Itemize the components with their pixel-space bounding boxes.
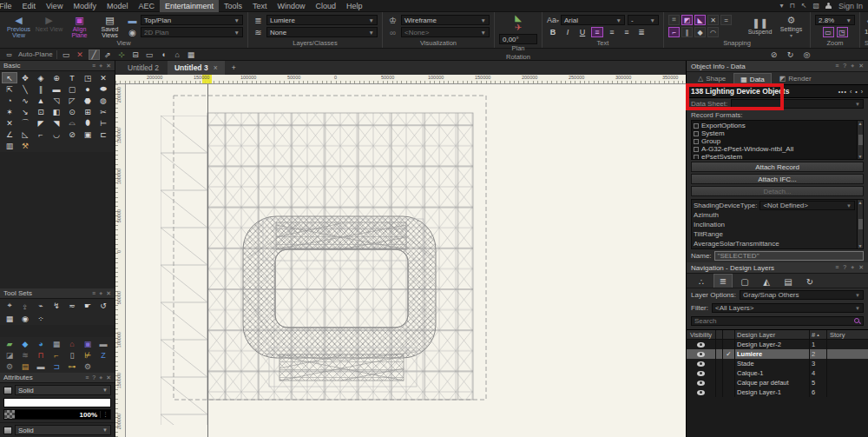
menu-edit[interactable]: Edit — [17, 0, 42, 12]
document-tab[interactable]: Untitled 2 — [121, 61, 166, 75]
softgoods-tool[interactable]: ⁘ — [33, 313, 49, 324]
zoom-level-dropdown[interactable]: 2.8%▼ — [815, 15, 855, 25]
nav-references-icon[interactable]: ↻ — [800, 275, 819, 288]
layer-name[interactable]: Stade — [735, 359, 810, 368]
rotate-plan-icon[interactable]: ↻ — [785, 50, 796, 60]
image-export-icon[interactable]: ▧ — [812, 2, 819, 10]
record-format-item[interactable]: System — [694, 129, 855, 137]
spiral-tool[interactable]: ⬣ — [80, 95, 95, 106]
view-mode-dropdown[interactable]: Top/Plan▼ — [141, 15, 243, 25]
menu-window[interactable]: Window — [273, 0, 311, 12]
name-field[interactable]: "SELECTED" — [714, 251, 864, 261]
snap-intersection-toggle[interactable]: ✕ — [707, 15, 719, 25]
opacity-slider[interactable]: 100% ⋮ — [3, 409, 111, 420]
align-left-button[interactable]: ≡ — [591, 27, 603, 37]
ifc-field-row[interactable]: Inclination — [694, 220, 855, 229]
nav-saved-views-icon[interactable]: ∴ — [692, 275, 711, 288]
shading-device-dropdown[interactable]: <Not Defined>▼ — [760, 201, 855, 210]
stage-toolset[interactable]: ≋ — [17, 349, 33, 361]
object-info-header[interactable]: Object Info - Data ≡?⌖✕ — [687, 61, 868, 72]
shell-tool[interactable]: ⌓ — [64, 117, 80, 129]
spotlight-tool[interactable]: ⌖ — [2, 300, 17, 311]
curved-truss-tool[interactable]: ≂ — [64, 300, 80, 311]
new-tab-button[interactable]: + — [227, 63, 241, 72]
help-icon[interactable]: ? — [843, 63, 846, 70]
furniture-toolset[interactable]: ◪ — [2, 349, 17, 361]
saved-views-button[interactable]: ▤Saved Views — [95, 14, 124, 39]
record-format-item[interactable]: ePsetSystem — [694, 153, 855, 159]
close-icon[interactable]: ✕ — [106, 63, 111, 70]
menu-icon[interactable]: ≡ — [92, 290, 95, 297]
menu-icon[interactable]: ≡ — [835, 63, 838, 70]
truss-frame-toolset[interactable]: ⊓ — [33, 349, 49, 361]
ifc-field-row[interactable]: AverageSolarTransmittance — [694, 239, 855, 248]
menu-cloud[interactable]: Cloud — [311, 0, 342, 12]
rotate-tool[interactable]: ⊡ — [33, 106, 49, 117]
filter-dropdown[interactable]: <All Layers>▼ — [712, 303, 864, 313]
underline-button[interactable]: U — [576, 27, 589, 37]
render-mode-dropdown[interactable]: Wireframe▼ — [401, 15, 490, 25]
layer-row[interactable]: Calque par défaut 5 — [687, 378, 868, 387]
record-format-item[interactable]: Group — [694, 137, 855, 145]
text-tool[interactable]: T — [64, 72, 80, 83]
checkbox[interactable] — [694, 147, 699, 152]
snapping-settings-button[interactable]: ⚙Settings▾ — [777, 14, 806, 38]
visibility-eye-icon[interactable] — [697, 371, 705, 376]
font-style-dropdown[interactable]: -▼ — [628, 15, 659, 25]
no-fill-tool[interactable]: ⊘ — [64, 129, 80, 140]
irrigation-toolset[interactable]: ◆ — [17, 338, 33, 349]
axis-icon[interactable]: ⊹ — [116, 50, 128, 60]
menu-text[interactable]: Text — [247, 0, 273, 12]
visibility-eye-icon[interactable] — [697, 352, 705, 357]
z-toolset[interactable]: Z — [95, 349, 111, 361]
marquee-icon[interactable]: ▭ — [144, 50, 155, 60]
close-icon[interactable]: ✕ — [106, 374, 111, 381]
menu-modify[interactable]: Modify — [68, 0, 102, 12]
scale-value[interactable]: 1:50 — [865, 28, 868, 36]
active-class-dropdown[interactable]: None▼ — [266, 27, 378, 37]
close-icon[interactable]: ✕ — [858, 264, 864, 271]
menu-icon[interactable]: ≡ — [85, 374, 89, 381]
chamfer-tool[interactable]: ◤ — [33, 117, 49, 129]
comment-icon[interactable]: ◖ — [158, 50, 169, 60]
arc-tool[interactable]: ◔ — [2, 95, 17, 106]
plan-rotation-field[interactable]: 0,00° — [499, 34, 537, 44]
opacity-menu-icon[interactable]: ⋮ — [100, 411, 110, 418]
snap-object-toggle[interactable]: ◩ — [681, 15, 693, 25]
plan-mode-dropdown[interactable]: 2D Plan▼ — [141, 27, 243, 37]
machine-toolset[interactable]: ⚙ — [2, 361, 17, 372]
polyline-tool[interactable]: ◹ — [49, 95, 64, 106]
attach-record-button[interactable]: Attach Record — [691, 162, 864, 172]
extend-tool[interactable]: ⊢ — [95, 117, 111, 129]
roof-toolset[interactable]: ⌂ — [64, 338, 80, 349]
protractor-tool[interactable]: ◺ — [17, 129, 33, 140]
previous-view-button[interactable]: ◀Previous View — [4, 14, 33, 39]
nav-design-layers-icon[interactable]: ≣ — [713, 274, 733, 288]
fill-swatch[interactable] — [3, 387, 12, 394]
record-formats-list[interactable]: ExportOptionsSystemGroupA-G32-ePset-Wind… — [691, 120, 864, 160]
mirror-tool[interactable]: ◧ — [49, 106, 64, 117]
pen-swatch[interactable] — [3, 427, 12, 434]
classes-icon[interactable]: ≋ — [253, 28, 264, 37]
rectangle-tool[interactable]: ▬ — [49, 83, 64, 95]
search-input[interactable]: Search — [691, 316, 864, 326]
prev-next-object-icons[interactable]: ‹ • › — [850, 89, 864, 95]
pen-style-dropdown[interactable]: Solid▼ — [15, 425, 111, 435]
tool-sets-palette-header[interactable]: Tool Sets ≡⌖✕ — [0, 288, 115, 299]
align-center-button[interactable]: ≡ — [606, 27, 618, 37]
pin-icon[interactable]: ⌖ — [99, 290, 102, 297]
menu-model[interactable]: Model — [102, 0, 134, 12]
paint-bucket-tool[interactable]: ▥ — [2, 140, 17, 151]
snap-working-plane-toggle[interactable]: ∥ — [681, 27, 693, 37]
hide-details-icon[interactable]: ⊘ — [768, 50, 779, 60]
next-view-button[interactable]: ▶Next View — [35, 14, 63, 39]
italic-button[interactable]: I — [562, 27, 574, 37]
record-format-item[interactable]: ExportOptions — [694, 122, 855, 129]
render-mode-icon[interactable]: ♔ — [387, 16, 398, 25]
detach-button[interactable]: Detach... — [691, 186, 864, 196]
pan-tool[interactable]: ✥ — [17, 72, 33, 83]
attributes-palette-header[interactable]: Attributes ≡?⌖✕ — [0, 373, 115, 383]
snap-angle-toggle[interactable]: ◣ — [694, 15, 706, 25]
detailing-toolset[interactable]: ▬ — [95, 338, 111, 349]
layer-row[interactable]: Design Layer-2 1 — [687, 340, 868, 349]
